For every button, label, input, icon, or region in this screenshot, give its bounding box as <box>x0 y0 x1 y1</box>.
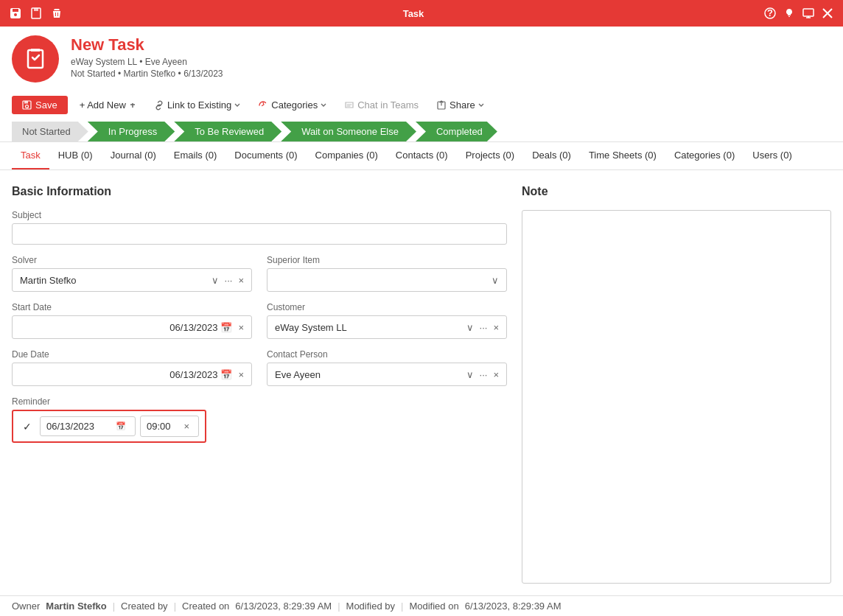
svg-rect-4 <box>803 9 814 16</box>
contact-person-col: Contact Person ∨ ··· × <box>267 349 507 396</box>
contact-person-clear[interactable]: × <box>490 368 502 382</box>
header-subtitle: eWay System LL • Eve Ayeen <box>71 57 831 67</box>
link-to-existing-button[interactable]: Link to Existing <box>148 96 246 114</box>
start-date-wrapper: 📅 × <box>12 315 252 339</box>
status-to-be-reviewed[interactable]: To Be Reviewed <box>174 122 281 141</box>
solver-col: Solver ∨ ··· × <box>12 255 252 302</box>
due-date-label: Due Date <box>12 349 252 360</box>
share-button[interactable]: Share <box>430 96 490 114</box>
reminder-time-wrapper: 09:00 × <box>140 416 199 437</box>
solver-clear[interactable]: × <box>235 273 247 287</box>
solver-row: Solver ∨ ··· × Superior Item ∨ <box>12 255 507 302</box>
start-date-calendar[interactable]: 📅 <box>217 321 235 335</box>
created-by-label: Created by <box>121 601 168 612</box>
owner-value: Martin Stefko <box>46 601 106 612</box>
reminder-date-value[interactable]: 06/13/2023 <box>46 421 110 432</box>
title-bar: Task ? <box>0 0 843 27</box>
customer-group: Customer ∨ ··· × <box>267 302 507 339</box>
svg-text:?: ? <box>767 7 773 18</box>
tab-categories[interactable]: Categories (0) <box>665 142 744 169</box>
due-date-input[interactable] <box>20 369 217 380</box>
modified-on-value: 6/13/2023, 8:29:39 AM <box>465 601 562 612</box>
title-bar-right: ? <box>763 7 834 20</box>
right-panel: Note <box>522 185 831 584</box>
tab-task[interactable]: Task <box>12 142 49 169</box>
tab-deals[interactable]: Deals (0) <box>523 142 580 169</box>
created-on-label: Created on <box>182 601 229 612</box>
reminder-box: ✓ 06/13/2023 📅 09:00 × <box>12 410 206 443</box>
bulb-icon[interactable] <box>783 7 796 20</box>
help-icon[interactable]: ? <box>763 7 777 20</box>
tab-hub[interactable]: HUB (0) <box>49 142 102 169</box>
superior-item-wrapper: ∨ <box>267 268 507 292</box>
due-date-calendar[interactable]: 📅 <box>217 368 235 382</box>
status-completed[interactable]: Completed <box>416 122 497 141</box>
solver-group: Solver ∨ ··· × <box>12 255 252 292</box>
customer-chevron[interactable]: ∨ <box>464 321 477 335</box>
reminder-time-value[interactable]: 09:00 <box>147 421 178 432</box>
modified-on-label: Modified on <box>409 601 458 612</box>
start-date-label: Start Date <box>12 302 252 312</box>
status-in-progress[interactable]: In Progress <box>88 122 175 141</box>
due-date-clear[interactable]: × <box>235 368 247 382</box>
due-date-group: Due Date 📅 × <box>12 349 252 386</box>
header-info: New Task eWay System LL • Eve Ayeen Not … <box>71 35 831 79</box>
tab-time-sheets[interactable]: Time Sheets (0) <box>580 142 665 169</box>
tab-users[interactable]: Users (0) <box>744 142 800 169</box>
page-title: New Task <box>71 35 831 55</box>
svg-point-8 <box>26 105 29 108</box>
close-icon[interactable] <box>821 7 834 20</box>
start-date-group: Start Date 📅 × <box>12 302 252 339</box>
trash-icon[interactable] <box>50 7 63 20</box>
start-date-clear[interactable]: × <box>235 321 247 335</box>
superior-item-input[interactable] <box>275 275 489 286</box>
tab-companies[interactable]: Companies (0) <box>307 142 387 169</box>
contact-person-more[interactable]: ··· <box>477 368 491 382</box>
due-date-row: Due Date 📅 × Contact Person ∨ ··· × <box>12 349 507 396</box>
modified-by-label: Modified by <box>346 601 395 612</box>
reminder-check[interactable]: ✓ <box>19 419 35 435</box>
customer-clear[interactable]: × <box>490 321 502 335</box>
tabs: Task HUB (0) Journal (0) Emails (0) Docu… <box>0 142 843 170</box>
tab-documents[interactable]: Documents (0) <box>225 142 306 169</box>
tab-projects[interactable]: Projects (0) <box>457 142 523 169</box>
due-date-col: Due Date 📅 × <box>12 349 252 396</box>
app-header: New Task eWay System LL • Eve Ayeen Not … <box>0 27 843 142</box>
contact-person-chevron[interactable]: ∨ <box>464 368 477 382</box>
svg-rect-7 <box>24 101 28 104</box>
chat-in-teams-button[interactable]: Chat in Teams <box>338 96 424 114</box>
monitor-icon[interactable] <box>802 7 815 20</box>
superior-item-col: Superior Item ∨ <box>267 255 507 302</box>
customer-wrapper: ∨ ··· × <box>267 315 507 339</box>
title-bar-left <box>9 7 63 20</box>
subject-group: Subject <box>12 210 507 245</box>
tab-contacts[interactable]: Contacts (0) <box>387 142 457 169</box>
note-textarea[interactable] <box>522 210 831 584</box>
superior-item-label: Superior Item <box>267 255 507 265</box>
owner-label: Owner <box>12 601 40 612</box>
customer-label: Customer <box>267 302 507 312</box>
tab-emails[interactable]: Emails (0) <box>165 142 226 169</box>
save-icon[interactable] <box>9 7 22 20</box>
solver-input[interactable] <box>20 275 209 286</box>
start-date-input[interactable] <box>20 322 217 333</box>
save-button[interactable]: Save <box>12 96 68 114</box>
reminder-calendar[interactable]: 📅 <box>113 420 129 433</box>
add-new-button[interactable]: + Add New <box>74 96 142 114</box>
contact-person-input[interactable] <box>275 369 464 380</box>
reminder-time-clear[interactable]: × <box>181 419 192 433</box>
customer-col: Customer ∨ ··· × <box>267 302 507 349</box>
solver-more[interactable]: ··· <box>222 273 236 287</box>
diskette-icon[interactable] <box>29 7 43 20</box>
customer-more[interactable]: ··· <box>477 321 491 335</box>
categories-button[interactable]: Categories <box>252 96 332 114</box>
solver-chevron[interactable]: ∨ <box>209 273 222 287</box>
status-not-started[interactable]: Not Started <box>12 122 88 141</box>
customer-input[interactable] <box>275 322 464 333</box>
subject-input[interactable] <box>12 223 507 245</box>
solver-label: Solver <box>12 255 252 265</box>
status-wait-on-someone-else[interactable]: Wait on Someone Else <box>281 122 416 141</box>
superior-item-chevron[interactable]: ∨ <box>489 273 502 287</box>
tab-journal[interactable]: Journal (0) <box>102 142 165 169</box>
basic-info-title: Basic Information <box>12 185 507 198</box>
